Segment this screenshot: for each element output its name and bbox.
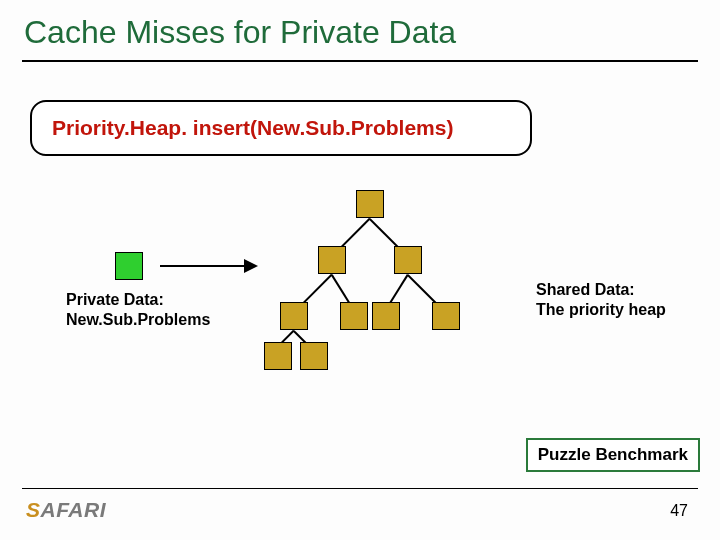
heap-node xyxy=(340,302,368,330)
heap-node xyxy=(264,342,292,370)
shared-label-line1: Shared Data: xyxy=(536,281,635,298)
heap-node xyxy=(356,190,384,218)
insert-arrow xyxy=(160,265,260,267)
title-underline xyxy=(22,60,698,62)
heap-node xyxy=(300,342,328,370)
heap-node xyxy=(432,302,460,330)
arrow-line xyxy=(160,265,246,267)
private-label-line1: Private Data: xyxy=(66,291,164,308)
page-number: 47 xyxy=(670,502,688,520)
shared-label-line2: The priority heap xyxy=(536,301,666,318)
slide-title: Cache Misses for Private Data xyxy=(24,14,456,51)
heap-node xyxy=(372,302,400,330)
private-label-line2: New.Sub.Problems xyxy=(66,311,210,328)
shared-data-label: Shared Data: The priority heap xyxy=(536,280,666,320)
heap-node xyxy=(280,302,308,330)
heap-node xyxy=(394,246,422,274)
logo-first-letter: S xyxy=(26,498,41,521)
heap-tree xyxy=(260,190,480,360)
private-data-node xyxy=(115,252,143,280)
code-callout: Priority.Heap. insert(New.Sub.Problems) xyxy=(30,100,532,156)
footer-rule xyxy=(22,488,698,489)
logo-rest: AFARI xyxy=(41,498,107,521)
arrow-head-icon xyxy=(244,259,258,273)
benchmark-label-box: Puzzle Benchmark xyxy=(526,438,700,472)
private-data-label: Private Data: New.Sub.Problems xyxy=(66,290,210,330)
safari-logo: SAFARI xyxy=(26,498,106,522)
heap-node xyxy=(318,246,346,274)
